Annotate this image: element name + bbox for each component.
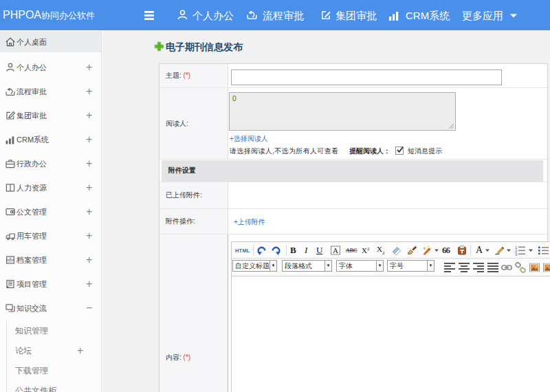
svg-text:3: 3 (515, 252, 518, 256)
